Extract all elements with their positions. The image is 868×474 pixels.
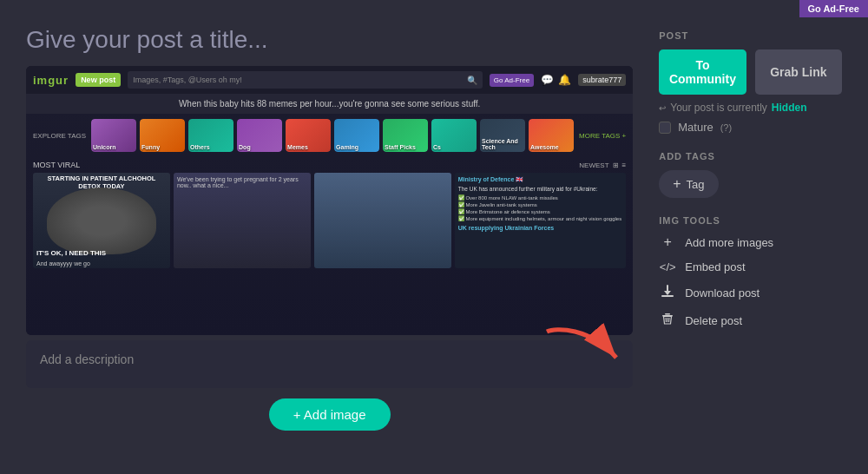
grid-panda-image xyxy=(47,188,156,254)
more-tags-link[interactable]: MORE TAGS + xyxy=(579,132,626,140)
svg-rect-0 xyxy=(661,295,674,297)
embed-icon: </> xyxy=(659,260,676,273)
to-community-button[interactable]: To Community xyxy=(659,49,746,95)
add-tags-label: ADD TAGS xyxy=(659,151,842,161)
post-section: POST To Community Grab Link ↩ Your post … xyxy=(659,30,842,134)
main-container: imgur New post Images, #Tags, @Users oh … xyxy=(0,0,868,474)
imgur-sort-bar: MOST VIRAL NEWEST ⊞ ≡ xyxy=(26,157,633,173)
grid-item-4: Ministry of Defence 🇬🇧 The UK has announ… xyxy=(455,173,627,268)
tag-unicorn: Unicorn xyxy=(91,119,136,152)
imgur-user-badge: subrate777 xyxy=(578,74,626,86)
add-tag-plus-icon: + xyxy=(673,176,681,192)
tag-staff: Staff Picks xyxy=(383,119,428,152)
tag-dog: Dog xyxy=(237,119,282,152)
grid-item-3 xyxy=(314,173,451,268)
imgur-explore-tags: EXPLORE TAGS Unicorn Funny Others Dog Me… xyxy=(26,114,633,157)
imgur-banner-text: When this baby hits 88 memes per hour...… xyxy=(179,99,480,109)
imgur-search-text: Images, #Tags, @Users oh my! xyxy=(133,76,242,84)
add-tag-label: Tag xyxy=(687,178,705,191)
mature-checkbox[interactable] xyxy=(659,122,671,134)
tag-memes: Memes xyxy=(286,119,331,152)
imgur-logo: imgur xyxy=(33,74,69,87)
imgur-embed-preview: imgur New post Images, #Tags, @Users oh … xyxy=(26,66,633,335)
left-panel: imgur New post Images, #Tags, @Users oh … xyxy=(26,26,633,457)
grid-item-4-bullets: ✅ Over 800 more NLAW anti-tank missiles … xyxy=(458,195,623,222)
tag-science: Science And Tech xyxy=(480,119,525,152)
imgur-new-post-btn: New post xyxy=(76,73,121,87)
grid-item-4-source: Ministry of Defence 🇬🇧 xyxy=(458,176,623,183)
grid-item-4-news: The UK has announced further military ai… xyxy=(458,186,623,193)
right-panel: POST To Community Grab Link ↩ Your post … xyxy=(659,26,842,457)
img-tools-section: IMG TOOLS + Add more images </> Embed po… xyxy=(659,215,842,329)
add-image-button[interactable]: + Add image xyxy=(269,398,391,431)
description-area[interactable]: Add a description xyxy=(26,340,633,388)
most-viral-label: MOST VIRAL xyxy=(33,161,80,169)
embed-label: Embed post xyxy=(685,260,745,273)
img-tools-list: + Add more images </> Embed post xyxy=(659,234,842,329)
delete-label: Delete post xyxy=(685,314,742,327)
grid-item-4-title: UK resupplying Ukrainian Forces xyxy=(458,225,623,231)
tag-cs: Cs xyxy=(431,119,477,152)
mature-hint: (?) xyxy=(720,122,732,133)
add-image-label: + Add image xyxy=(293,407,366,422)
sort-grid-icon: ⊞ xyxy=(613,161,619,169)
tag-gaming: Gaming xyxy=(334,119,379,152)
svg-rect-4 xyxy=(665,313,670,315)
add-tags-section: ADD TAGS + Tag xyxy=(659,151,842,198)
grid-item-1: STARTING IN PATIENT ALCHOHOL DETOX TODAY… xyxy=(33,173,170,268)
imgur-navbar: imgur New post Images, #Tags, @Users oh … xyxy=(26,66,633,94)
imgur-search-icon: 🔍 xyxy=(467,76,477,85)
to-community-label: To Community xyxy=(669,58,736,86)
imgur-banner: When this baby hits 88 memes per hour...… xyxy=(26,94,633,114)
grid-item-1-caption: And awayyyy we go xyxy=(36,260,90,267)
sort-newest: NEWEST xyxy=(579,161,608,169)
imgur-explore-label: EXPLORE TAGS xyxy=(33,132,86,140)
imgur-icons: 💬 🔔 xyxy=(541,74,571,86)
download-post-tool[interactable]: Download post xyxy=(659,284,842,301)
imgur-chat-icon: 💬 xyxy=(541,74,554,86)
imgur-bell-icon: 🔔 xyxy=(558,74,571,86)
add-more-images-tool[interactable]: + Add more images xyxy=(659,234,842,250)
ad-free-banner[interactable]: Go Ad-Free xyxy=(799,0,869,17)
download-label: Download post xyxy=(685,286,760,300)
imgur-sort-btns: NEWEST ⊞ ≡ xyxy=(579,161,626,169)
grab-link-label: Grab Link xyxy=(770,65,826,79)
add-tag-button[interactable]: + Tag xyxy=(659,170,718,198)
imgur-image-grid: STARTING IN PATIENT ALCHOHOL DETOX TODAY… xyxy=(26,173,633,268)
mature-row: Mature (?) xyxy=(659,121,842,134)
post-status-hidden: Hidden xyxy=(772,102,807,114)
post-section-label: POST xyxy=(659,30,842,41)
delete-icon xyxy=(659,312,676,329)
tag-awesome: Awesome xyxy=(529,119,574,152)
post-status: ↩ Your post is currently Hidden xyxy=(659,102,842,114)
imgur-tag-items: Unicorn Funny Others Dog Memes Gaming St… xyxy=(91,119,574,152)
post-title-input[interactable] xyxy=(26,26,633,54)
tag-others: Others xyxy=(188,119,233,152)
description-placeholder: Add a description xyxy=(40,352,134,366)
download-icon xyxy=(659,284,676,301)
post-buttons: To Community Grab Link xyxy=(659,49,842,95)
post-status-text: Your post is currently xyxy=(670,102,767,114)
delete-post-tool[interactable]: Delete post xyxy=(659,312,842,329)
grid-item-2-text: We've been trying to get pregnant for 2 … xyxy=(174,173,311,192)
grab-link-button[interactable]: Grab Link xyxy=(755,49,842,95)
svg-marker-2 xyxy=(664,291,671,295)
grid-item-1-overlay: IT'S OK, I NEED THIS xyxy=(36,249,106,258)
img-tools-label: IMG TOOLS xyxy=(659,215,842,226)
grid-item-2: We've been trying to get pregnant for 2 … xyxy=(174,173,311,268)
sort-list-icon: ≡ xyxy=(622,161,627,169)
imgur-search-bar: Images, #Tags, @Users oh my! 🔍 xyxy=(128,71,483,89)
mature-label: Mature xyxy=(678,121,713,134)
add-more-label: Add more images xyxy=(685,236,773,249)
embed-post-tool[interactable]: </> Embed post xyxy=(659,260,842,273)
tag-funny: Funny xyxy=(140,119,185,152)
add-more-icon: + xyxy=(659,234,676,250)
imgur-ad-btn: Go Ad-Free xyxy=(490,74,534,87)
ad-free-label: Go Ad-Free xyxy=(808,3,860,14)
status-arrow-icon: ↩ xyxy=(659,103,666,113)
